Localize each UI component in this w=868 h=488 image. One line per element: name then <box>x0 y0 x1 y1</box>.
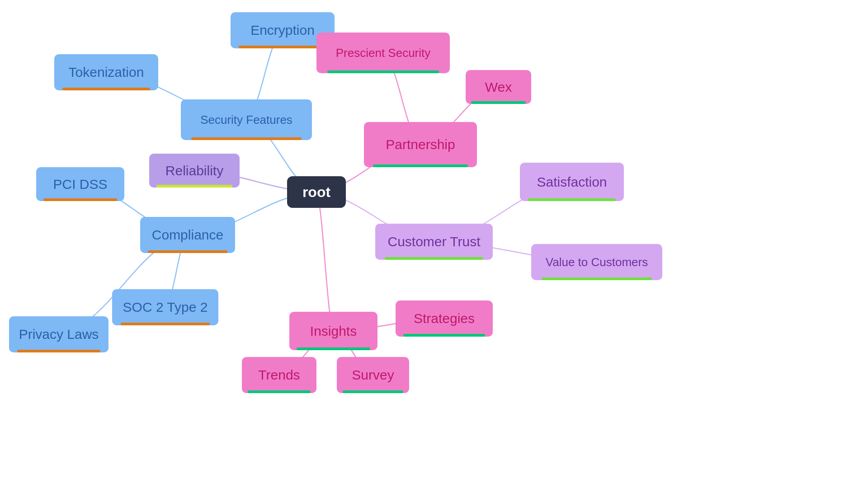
node-reliability[interactable]: Reliability <box>149 154 240 188</box>
node-pci_dss[interactable]: PCI DSS <box>36 167 124 201</box>
node-soc2[interactable]: SOC 2 Type 2 <box>112 289 218 325</box>
node-root[interactable]: root <box>287 176 346 208</box>
mind-map: rootEncryptionTokenizationSecurity Featu… <box>0 0 868 488</box>
node-privacy_laws[interactable]: Privacy Laws <box>9 316 108 352</box>
node-insights[interactable]: Insights <box>289 312 377 350</box>
node-trends[interactable]: Trends <box>242 357 316 393</box>
node-compliance[interactable]: Compliance <box>140 217 235 253</box>
node-customer_trust[interactable]: Customer Trust <box>375 224 493 260</box>
node-partnership[interactable]: Partnership <box>364 122 477 167</box>
node-survey[interactable]: Survey <box>337 357 409 393</box>
node-value_to_customers[interactable]: Value to Customers <box>531 244 662 280</box>
node-security_features[interactable]: Security Features <box>181 99 312 140</box>
node-satisfaction[interactable]: Satisfaction <box>520 163 624 201</box>
node-prescient_security[interactable]: Prescient Security <box>316 33 450 73</box>
node-strategies[interactable]: Strategies <box>396 300 493 337</box>
node-wex[interactable]: Wex <box>466 70 531 104</box>
node-tokenization[interactable]: Tokenization <box>54 54 158 90</box>
